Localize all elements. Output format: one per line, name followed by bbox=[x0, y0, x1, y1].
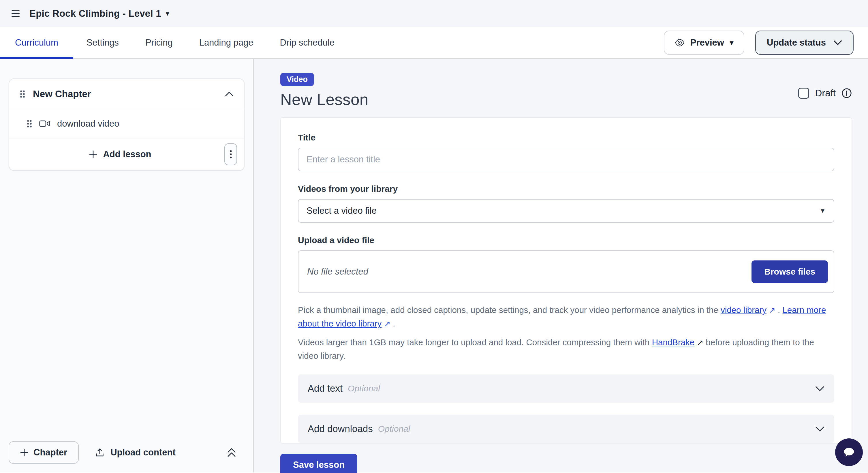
save-lesson-button[interactable]: Save lesson bbox=[280, 454, 357, 473]
chevron-down-icon bbox=[815, 426, 825, 432]
update-status-label: Update status bbox=[767, 37, 826, 48]
topbar: Epic Rock Climbing - Level 1 ▾ bbox=[0, 0, 868, 27]
chapter-title: New Chapter bbox=[33, 89, 217, 99]
browse-files-button[interactable]: Browse files bbox=[751, 260, 828, 283]
lesson-title: download video bbox=[57, 119, 119, 129]
tab-landing-page[interactable]: Landing page bbox=[186, 27, 267, 58]
add-lesson-label: Add lesson bbox=[103, 149, 151, 159]
lesson-header-left: Video New Lesson bbox=[280, 73, 369, 109]
add-text-label: Add text bbox=[308, 383, 343, 394]
kebab-menu-icon bbox=[230, 150, 232, 159]
no-file-text: No file selected bbox=[307, 266, 368, 277]
content: New Chapter download video bbox=[0, 59, 868, 472]
chapter-card: New Chapter download video bbox=[9, 78, 245, 171]
sidebar-bottom-bar: Chapter Upload content bbox=[9, 441, 237, 464]
curriculum-sidebar: New Chapter download video bbox=[0, 59, 254, 472]
chevron-down-icon bbox=[815, 386, 825, 391]
tabbar: Curriculum Settings Pricing Landing page… bbox=[0, 27, 868, 59]
add-chapter-button[interactable]: Chapter bbox=[9, 441, 79, 464]
chat-launcher-button[interactable] bbox=[835, 438, 863, 466]
title-field-label: Title bbox=[298, 133, 834, 143]
external-link-icon: ↗ bbox=[769, 306, 775, 315]
tab-pricing[interactable]: Pricing bbox=[132, 27, 186, 58]
add-chapter-label: Chapter bbox=[33, 447, 67, 458]
tabs: Curriculum Settings Pricing Landing page… bbox=[0, 27, 348, 58]
preview-button[interactable]: Preview ▾ bbox=[664, 31, 744, 55]
draft-checkbox[interactable] bbox=[798, 88, 809, 99]
lesson-type-badge: Video bbox=[280, 73, 314, 86]
drag-handle-icon[interactable] bbox=[27, 120, 32, 128]
file-upload-dropzone[interactable]: No file selected Browse files bbox=[298, 250, 834, 293]
add-downloads-optional-hint: Optional bbox=[378, 424, 410, 434]
page-title: New Lesson bbox=[280, 90, 369, 109]
select-caret-icon: ▼ bbox=[819, 208, 826, 214]
hamburger-menu-icon[interactable] bbox=[11, 10, 20, 17]
drag-handle-icon[interactable] bbox=[20, 90, 25, 98]
tab-drip-schedule[interactable]: Drip schedule bbox=[267, 27, 348, 58]
lesson-editor: Video New Lesson Draft Title Videos from… bbox=[254, 59, 868, 472]
plus-icon bbox=[89, 150, 97, 158]
chat-bubble-icon bbox=[841, 445, 857, 460]
course-title: Epic Rock Climbing - Level 1 bbox=[29, 8, 161, 19]
add-downloads-label: Add downloads bbox=[308, 423, 373, 434]
chevron-up-icon[interactable] bbox=[225, 91, 234, 97]
help-text-segment: . bbox=[391, 319, 395, 328]
double-chevron-up-icon bbox=[227, 447, 237, 458]
lesson-row[interactable]: download video bbox=[9, 109, 244, 138]
lesson-title-input[interactable] bbox=[298, 148, 834, 171]
upload-icon bbox=[95, 448, 105, 458]
tab-settings[interactable]: Settings bbox=[73, 27, 132, 58]
help-text-segment: Pick a thumbnail image, add closed capti… bbox=[298, 305, 721, 315]
library-field-label: Videos from your library bbox=[298, 184, 834, 194]
upload-field-label: Upload a video file bbox=[298, 235, 834, 245]
draft-group: Draft bbox=[798, 88, 852, 99]
collapse-all-button[interactable] bbox=[227, 447, 237, 458]
lesson-form-card: Title Videos from your library Select a … bbox=[280, 117, 852, 443]
compression-help-text: Videos larger than 1GB may take longer t… bbox=[298, 336, 834, 362]
draft-label: Draft bbox=[815, 88, 836, 99]
help-text-segment: Videos larger than 1GB may take longer t… bbox=[298, 338, 652, 347]
upload-content-button[interactable]: Upload content bbox=[95, 447, 176, 458]
add-downloads-accordion[interactable]: Add downloads Optional bbox=[298, 415, 834, 443]
chapter-footer: Add lesson bbox=[9, 138, 244, 170]
video-library-select[interactable]: Select a video file ▼ bbox=[298, 199, 834, 223]
video-camera-icon bbox=[39, 120, 50, 127]
external-link-icon: ↗ bbox=[697, 338, 703, 347]
add-text-optional-hint: Optional bbox=[348, 384, 380, 393]
tab-curriculum[interactable]: Curriculum bbox=[0, 27, 73, 58]
update-status-button[interactable]: Update status bbox=[755, 31, 854, 55]
tabbar-actions: Preview ▾ Update status bbox=[664, 27, 868, 58]
caret-down-icon: ▾ bbox=[166, 10, 169, 17]
upload-content-label: Upload content bbox=[111, 447, 176, 458]
add-text-accordion[interactable]: Add text Optional bbox=[298, 374, 834, 403]
info-icon[interactable] bbox=[841, 88, 852, 98]
video-library-link[interactable]: video library bbox=[721, 305, 767, 315]
chapter-header[interactable]: New Chapter bbox=[9, 79, 244, 109]
chevron-down-icon bbox=[833, 40, 842, 45]
plus-icon bbox=[20, 448, 28, 456]
add-lesson-button[interactable]: Add lesson bbox=[16, 138, 224, 170]
caret-down-icon: ▾ bbox=[730, 39, 733, 46]
chapter-options-button[interactable] bbox=[224, 143, 237, 165]
eye-icon bbox=[675, 38, 685, 48]
help-text-segment: . bbox=[775, 305, 783, 315]
course-switcher[interactable]: Epic Rock Climbing - Level 1 ▾ bbox=[29, 8, 169, 19]
video-library-select-value: Select a video file bbox=[307, 206, 377, 216]
preview-label: Preview bbox=[690, 37, 724, 48]
lesson-header: Video New Lesson Draft bbox=[280, 73, 852, 109]
handbrake-link[interactable]: HandBrake bbox=[652, 338, 695, 347]
external-link-icon: ↗ bbox=[384, 320, 391, 328]
video-library-help-text: Pick a thumbnail image, add closed capti… bbox=[298, 304, 834, 330]
